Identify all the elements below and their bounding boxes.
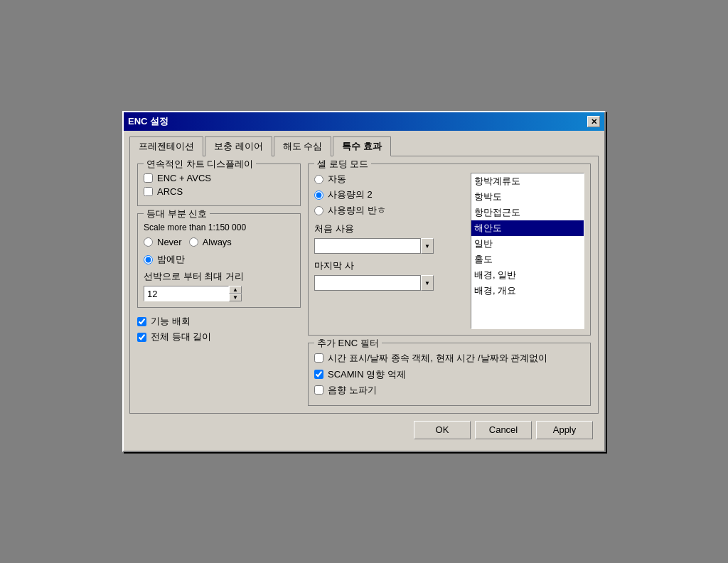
bottom-buttons: OK Cancel Apply (129, 414, 599, 445)
sound-blocker-label: 음향 노파기 (328, 384, 377, 397)
always-radio[interactable] (189, 237, 198, 247)
time-display-row: 시간 표시/날짜 종속 객체, 현재 시간 /날짜와 관계없이 (314, 352, 584, 365)
lighthouse-title: 등대 부분 신호 (144, 208, 210, 220)
lighthouse-group: 등대 부분 신호 Scale more than 1:150 000 Never (137, 213, 301, 308)
dialog-title: ENC 설정 (128, 115, 168, 128)
tab-presentation[interactable]: 프레젠테이션 (129, 136, 203, 156)
enc-avcs-checkbox[interactable] (144, 173, 153, 183)
cell-loading-content: 자동 사용량의 2 사용량의 반ㅎ (314, 173, 584, 329)
list-item-4[interactable]: 일반 (471, 236, 584, 252)
cancel-button[interactable]: Cancel (475, 421, 532, 439)
enc-filter-title: 추가 ENC 필터 (314, 337, 382, 350)
auto-radio[interactable] (314, 175, 323, 184)
arcs-checkbox[interactable] (144, 187, 153, 196)
half-label: 사용량의 반ㅎ (328, 204, 386, 217)
last-use-label: 마지막 사 (314, 259, 464, 272)
continuous-display-group: 연속적인 차트 디스플레이 ENC + AVCS ARCS (137, 163, 301, 206)
never-row: Never (144, 237, 182, 247)
continuous-display-content: ENC + AVCS ARCS (144, 173, 294, 197)
func-bypass-checkbox[interactable] (137, 317, 146, 326)
cell-list[interactable]: 항박계류도 항박도 항만접근도 해안도 일반 홀도 배경, 일반 배경, 개요 (471, 173, 584, 329)
tab-content: 연속적인 차트 디스플레이 ENC + AVCS ARCS (129, 156, 599, 413)
full-lighthouse-row: 전체 등대 길이 (137, 331, 301, 343)
list-item-7[interactable]: 배경, 개요 (471, 283, 584, 299)
first-use-input[interactable] (314, 238, 421, 254)
last-use-input[interactable] (314, 275, 421, 291)
title-bar: ENC 설정 ✕ (124, 112, 604, 131)
spinbox-buttons: ▲ ▼ (229, 286, 242, 301)
last-use-dropdown-btn[interactable]: ▼ (421, 275, 434, 291)
half-radio-row: 사용량의 반ㅎ (314, 204, 464, 217)
half-radio[interactable] (314, 206, 323, 215)
night-only-label: 밤에만 (157, 253, 185, 266)
enc-dialog: ENC 설정 ✕ 프레젠테이션 보충 레이어 해도 수심 특수 효과 연속적인 … (122, 111, 606, 451)
sound-blocker-row: 음향 노파기 (314, 384, 584, 397)
right-panel: 셀 로딩 모드 자동 사용량의 (308, 163, 591, 405)
list-item-1[interactable]: 항박도 (471, 189, 584, 205)
first-use-label: 처음 사용 (314, 222, 464, 235)
distance-input[interactable]: 12 (144, 286, 229, 301)
close-button[interactable]: ✕ (587, 116, 600, 127)
list-item-0[interactable]: 항박계류도 (471, 173, 584, 189)
cell-loading-group: 셀 로딩 모드 자동 사용량의 (308, 163, 591, 336)
arcs-label: ARCS (157, 186, 183, 197)
arcs-row: ARCS (144, 186, 294, 197)
night-only-row: 밤에만 (144, 253, 294, 266)
spinbox-up[interactable]: ▲ (229, 286, 242, 294)
dialog-body: 프레젠테이션 보충 레이어 해도 수심 특수 효과 연속적인 차트 디스플레이 … (124, 131, 604, 450)
scamin-checkbox[interactable] (314, 370, 323, 379)
double-radio[interactable] (314, 191, 323, 200)
tab-special-effects[interactable]: 특수 효과 (333, 136, 391, 156)
cell-loading-left: 자동 사용량의 2 사용량의 반ㅎ (314, 173, 464, 329)
left-panel: 연속적인 차트 디스플레이 ENC + AVCS ARCS (137, 163, 301, 405)
never-radio[interactable] (144, 237, 153, 247)
enc-avcs-label: ENC + AVCS (157, 173, 211, 183)
first-use-dropdown: ▼ (314, 238, 464, 254)
scamin-label: SCAMIN 영향 억제 (328, 368, 406, 381)
night-only-radio[interactable] (144, 255, 153, 264)
list-item-6[interactable]: 배경, 일반 (471, 267, 584, 283)
tab-supplemental[interactable]: 보충 레이어 (205, 136, 272, 156)
double-radio-row: 사용량의 2 (314, 188, 464, 201)
ok-button[interactable]: OK (414, 421, 471, 439)
scale-text: Scale more than 1:150 000 (144, 222, 294, 232)
apply-button[interactable]: Apply (536, 421, 593, 439)
auto-radio-row: 자동 (314, 173, 464, 186)
enc-avcs-row: ENC + AVCS (144, 173, 294, 183)
enc-filter-group: 추가 ENC 필터 시간 표시/날짜 종속 객체, 현재 시간 /날짜와 관계없… (308, 343, 591, 405)
tab-depth[interactable]: 해도 수심 (274, 136, 332, 156)
always-label: Always (203, 237, 232, 247)
list-item-3[interactable]: 해안도 (471, 220, 584, 236)
double-label: 사용량의 2 (328, 188, 373, 201)
list-item-2[interactable]: 항만접근도 (471, 205, 584, 220)
scamin-row: SCAMIN 영향 억제 (314, 368, 584, 381)
spinbox-down[interactable]: ▼ (229, 294, 242, 301)
time-display-label: 시간 표시/날짜 종속 객체, 현재 시간 /날짜와 관계없이 (328, 352, 547, 365)
main-layout: 연속적인 차트 디스플레이 ENC + AVCS ARCS (137, 163, 591, 405)
tab-bar: 프레젠테이션 보충 레이어 해도 수심 특수 효과 (129, 136, 599, 156)
first-use-dropdown-btn[interactable]: ▼ (421, 238, 434, 254)
filter-content: 시간 표시/날짜 종속 객체, 현재 시간 /날짜와 관계없이 SCAMIN 영… (314, 352, 584, 396)
never-label: Never (157, 237, 182, 247)
feature-checkboxes: 기능 배회 전체 등대 길이 (137, 315, 301, 346)
full-lighthouse-label: 전체 등대 길이 (151, 331, 211, 343)
lighthouse-content: Scale more than 1:150 000 Never Always (144, 222, 294, 301)
sound-blocker-checkbox[interactable] (314, 385, 323, 395)
time-display-checkbox[interactable] (314, 353, 323, 363)
func-bypass-row: 기능 배회 (137, 315, 301, 328)
always-row: Always (189, 237, 232, 247)
list-item-5[interactable]: 홀도 (471, 252, 584, 267)
full-lighthouse-checkbox[interactable] (137, 333, 146, 342)
auto-label: 자동 (328, 173, 346, 186)
continuous-display-title: 연속적인 차트 디스플레이 (144, 158, 256, 171)
distance-spinbox: 12 ▲ ▼ (144, 286, 294, 301)
last-use-dropdown: ▼ (314, 275, 464, 291)
func-bypass-label: 기능 배회 (151, 315, 191, 328)
cell-loading-title: 셀 로딩 모드 (314, 158, 371, 171)
cell-loading-inner: 자동 사용량의 2 사용량의 반ㅎ (314, 173, 584, 329)
distance-label: 선박으로 부터 최대 거리 (144, 270, 294, 283)
